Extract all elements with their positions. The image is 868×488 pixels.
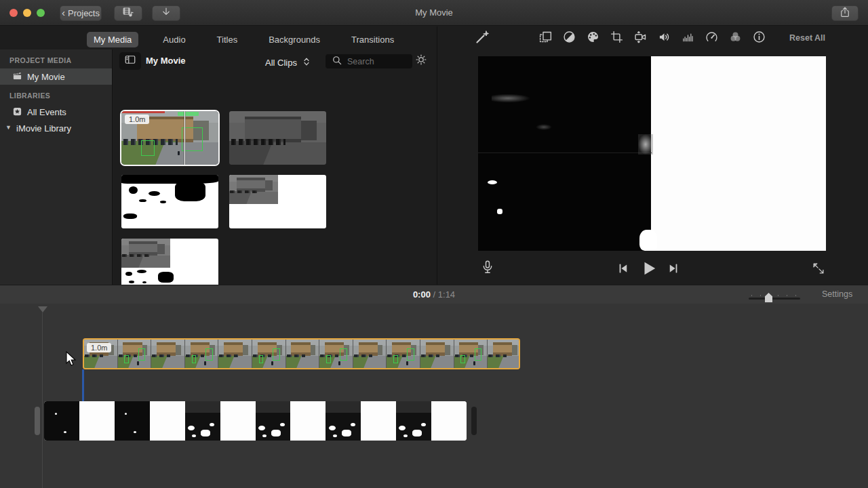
scene-part: [122, 254, 149, 258]
timeline[interactable]: 1.0m: [0, 304, 868, 488]
mask-frame-white: [79, 401, 115, 441]
scene-part: [301, 121, 317, 140]
title-bar: ‹ Projects My Movie: [0, 0, 868, 26]
enhance-magic-wand-button[interactable]: [475, 30, 491, 46]
timeline-start-marker-icon: [38, 306, 47, 312]
scene-part: [296, 356, 319, 368]
filmstrip-frame: [252, 340, 286, 368]
clapperboard-icon: [12, 71, 22, 83]
search-placeholder: Search: [347, 57, 374, 66]
pip-inset-image: [121, 239, 170, 268]
clip-scene-image: [118, 340, 151, 368]
sidebar-item-label: My Movie: [27, 72, 65, 82]
sidebar-item-label: All Events: [27, 107, 66, 117]
pane-divider[interactable]: [437, 26, 437, 285]
scene-part: [176, 345, 181, 355]
browser-title: My Movie: [146, 56, 186, 66]
pip-inset-image: [229, 175, 278, 204]
noise-reduction-button[interactable]: [679, 30, 696, 46]
scene-part: [137, 361, 139, 365]
clip-scene-image: [229, 111, 326, 165]
overlay-button[interactable]: [537, 30, 553, 46]
selected-video-clip[interactable]: 1.0m: [83, 338, 520, 369]
clip-thumbnail-3[interactable]: [121, 175, 218, 228]
play-icon: [640, 268, 658, 279]
osd-text-red: [121, 111, 165, 113]
scene-part: [85, 354, 103, 358]
filmstrip-frame: [218, 340, 252, 368]
reset-all-button[interactable]: Reset All: [789, 33, 825, 43]
trim-handle-right[interactable]: [471, 407, 477, 435]
search-input[interactable]: Search: [326, 54, 412, 68]
connected-clip-mask-track[interactable]: [44, 401, 467, 441]
zoom-tick: [751, 295, 752, 296]
color-balance-button[interactable]: [561, 30, 577, 46]
preview-smudge: [492, 94, 532, 103]
playback-controls: [439, 254, 868, 285]
timecode-current: 0:00: [413, 289, 431, 300]
scene-part: [364, 356, 387, 368]
clip-duration-badge: 1.0m: [125, 115, 149, 124]
scene-part: [421, 354, 439, 358]
zoom-tick: [787, 295, 787, 296]
skip-forward-button[interactable]: [667, 262, 679, 277]
mask-frame-blobby: [326, 401, 361, 441]
tab-titles[interactable]: Titles: [210, 32, 245, 47]
disclosure-triangle-icon[interactable]: ▼: [5, 124, 12, 131]
zoom-slider-track[interactable]: [749, 298, 800, 300]
clip-thumbnail-1[interactable]: 1.0m: [121, 111, 218, 165]
tab-audio[interactable]: Audio: [156, 32, 192, 47]
zoom-tick: [778, 295, 778, 296]
scene-part: [431, 356, 454, 368]
magic-wand-icon: [475, 28, 491, 47]
sidebar-toggle-button[interactable]: [119, 52, 141, 70]
play-button[interactable]: [640, 260, 658, 280]
sidebar-item-imovie-library[interactable]: ▼iMovie Library: [0, 120, 112, 136]
trim-handle-left[interactable]: [35, 407, 40, 435]
filmstrip-frame: [118, 340, 152, 368]
scene-part: [229, 356, 252, 368]
record-voiceover-button[interactable]: [480, 260, 495, 277]
video-preview[interactable]: [478, 56, 826, 251]
filmstrip-frame: [387, 340, 420, 368]
info-icon: [752, 30, 766, 47]
scene-part: [488, 354, 507, 358]
detection-box: [138, 348, 146, 361]
preview-figure-blob: [638, 134, 653, 155]
share-button[interactable]: [831, 5, 859, 21]
fullscreen-button[interactable]: [811, 261, 826, 279]
scene-part: [246, 192, 278, 204]
tab-transitions[interactable]: Transitions: [344, 32, 401, 47]
stabilization-button[interactable]: [632, 30, 648, 46]
tab-backgrounds[interactable]: Backgrounds: [262, 32, 327, 47]
clip-duration-badge: 1.0m: [87, 343, 111, 352]
timeline-settings-button[interactable]: Settings: [822, 289, 852, 299]
scene-part: [204, 361, 206, 365]
clip-filter-label: All Clips: [265, 58, 297, 68]
detection-box: [407, 348, 414, 361]
preview-white-region: [651, 56, 826, 251]
clip-scene-image: [252, 340, 285, 368]
speed-button[interactable]: [703, 30, 719, 46]
timeline-start-guide-line: [42, 312, 43, 488]
skip-back-button[interactable]: [617, 262, 629, 277]
speed-icon: [705, 30, 719, 47]
clip-thumbnail-2[interactable]: [229, 111, 326, 165]
mask-frame-blobby: [396, 401, 431, 441]
clip-filter-dropdown[interactable]: All Clips: [265, 56, 313, 70]
color-correction-button[interactable]: [585, 30, 601, 46]
tab-my-media[interactable]: My Media: [87, 32, 138, 47]
panel-toggle-icon: [124, 54, 136, 68]
crop-button[interactable]: [608, 30, 625, 46]
sidebar-item-all-events[interactable]: All Events: [0, 104, 112, 120]
info-button[interactable]: [751, 30, 767, 46]
scene-part: [231, 139, 285, 145]
sidebar-item-my-movie[interactable]: My Movie: [0, 68, 112, 85]
browser-settings-gear-icon[interactable]: [415, 54, 427, 68]
volume-icon: [657, 30, 671, 47]
scene-part: [138, 256, 170, 268]
overlay-icon: [538, 30, 553, 47]
clip-thumbnail-4[interactable]: [229, 175, 326, 228]
volume-button[interactable]: [656, 30, 672, 46]
filters-button[interactable]: [727, 30, 743, 46]
